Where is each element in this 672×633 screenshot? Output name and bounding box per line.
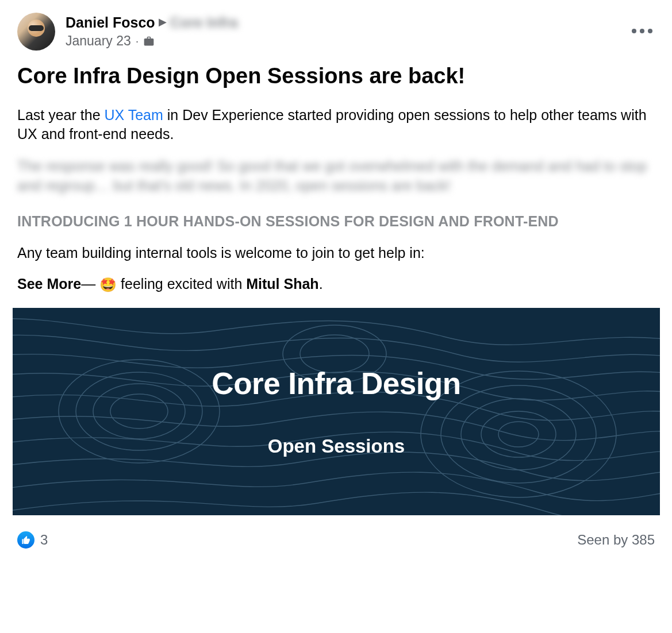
author-line: Daniel Fosco ▶ Core Infra — [66, 14, 629, 31]
excited-emoji-icon: 🤩 — [99, 277, 117, 292]
svg-point-6 — [110, 394, 168, 429]
chevron-right-icon: ▶ — [159, 16, 167, 29]
banner-title: Core Infra Design — [212, 366, 460, 401]
meta-separator: · — [136, 34, 139, 48]
svg-point-8 — [441, 385, 596, 483]
post-banner-image[interactable]: Core Infra Design Open Sessions — [13, 308, 660, 515]
post-paragraph: Any team building internal tools is welc… — [17, 244, 655, 263]
text: . — [319, 276, 323, 292]
seen-by-count[interactable]: Seen by 385 — [577, 532, 655, 548]
group-name[interactable]: Core Infra — [170, 14, 238, 31]
author-avatar[interactable] — [17, 13, 55, 51]
tagged-person-link[interactable]: Mitul Shah — [246, 276, 318, 292]
post-meta: January 23 · — [66, 33, 629, 49]
see-more-link[interactable]: See More — [17, 276, 81, 292]
topo-pattern — [13, 308, 660, 515]
section-heading: INTRODUCING 1 HOUR HANDS-ON SESSIONS FOR… — [17, 212, 655, 231]
post-header: Daniel Fosco ▶ Core Infra January 23 · — [0, 13, 672, 51]
ux-team-link[interactable]: UX Team — [104, 107, 163, 123]
reactions[interactable]: 3 — [17, 531, 48, 549]
reaction-count: 3 — [40, 532, 48, 548]
text: — — [81, 276, 99, 292]
svg-point-5 — [93, 384, 185, 439]
post-body: Core Infra Design Open Sessions are back… — [0, 63, 672, 293]
post-footer: 3 Seen by 385 — [0, 515, 672, 549]
see-more-line: See More— 🤩 feeling excited with Mitul S… — [17, 276, 655, 293]
svg-point-1 — [640, 29, 644, 33]
svg-point-9 — [461, 399, 576, 470]
post-date[interactable]: January 23 — [66, 33, 131, 49]
text: Last year the — [17, 107, 104, 123]
feeling-text: feeling excited with — [117, 276, 246, 292]
post-paragraph: Last year the UX Team in Dev Experience … — [17, 106, 655, 145]
svg-point-2 — [648, 29, 652, 33]
svg-point-11 — [498, 422, 539, 447]
like-icon — [17, 531, 34, 549]
briefcase-icon — [143, 36, 155, 47]
post-card: Daniel Fosco ▶ Core Infra January 23 · C… — [0, 0, 672, 560]
post-title: Core Infra Design Open Sessions are back… — [17, 63, 655, 90]
author-name[interactable]: Daniel Fosco — [66, 14, 155, 31]
header-text: Daniel Fosco ▶ Core Infra January 23 · — [66, 13, 629, 49]
banner-subtitle: Open Sessions — [268, 435, 405, 457]
blurred-paragraph: The response was really good! So good th… — [17, 157, 655, 196]
more-options-button[interactable] — [629, 25, 655, 37]
svg-point-0 — [632, 29, 636, 33]
svg-point-10 — [481, 411, 556, 457]
